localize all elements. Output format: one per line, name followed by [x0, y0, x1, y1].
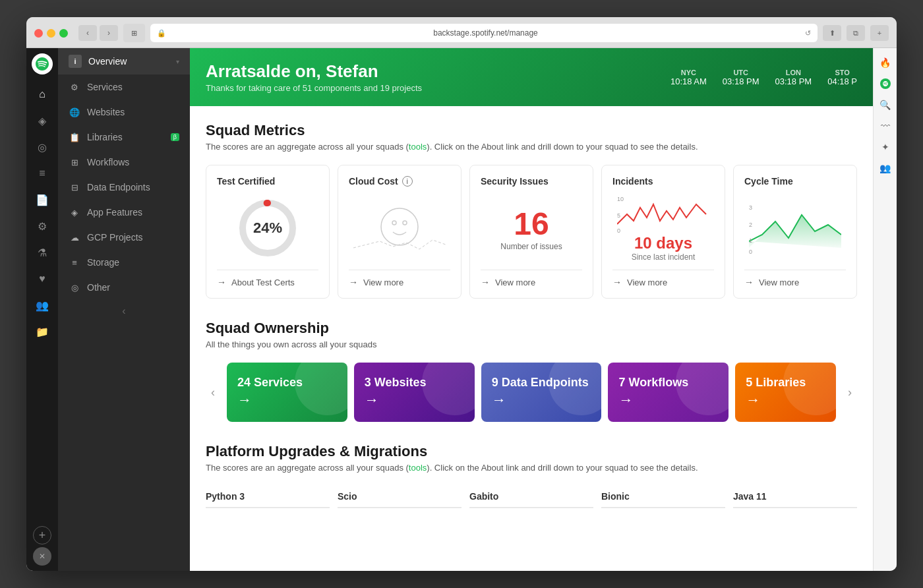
browser-window: ‹ › ⊞ 🔒 backstage.spotify.net/manage ↺ ⬆… — [26, 17, 897, 571]
nav-item-gcp[interactable]: ☁ GCP Projects — [58, 225, 190, 250]
browser-chrome: ‹ › ⊞ 🔒 backstage.spotify.net/manage ↺ ⬆… — [26, 17, 897, 48]
incidents-sparkline: 10 5 0 — [617, 194, 709, 234]
nav-item-storage[interactable]: ≡ Storage — [58, 250, 190, 275]
svg-text:1: 1 — [749, 237, 752, 244]
forward-button[interactable]: › — [100, 25, 118, 41]
ownership-card-workflows[interactable]: 7 Workflows → — [608, 363, 729, 422]
right-icon-search[interactable]: 🔍 — [876, 96, 895, 114]
back-button[interactable]: ‹ — [78, 25, 97, 41]
websites-card-arrow: → — [365, 392, 464, 409]
nav-item-other[interactable]: ◎ Other — [58, 275, 190, 300]
docs-icon[interactable]: ≡ — [30, 162, 54, 185]
flask-icon[interactable]: ⚗ — [30, 241, 54, 264]
right-icon-bright[interactable]: ✦ — [876, 138, 895, 156]
user-circle-icon[interactable]: ✕ — [33, 547, 51, 566]
cloud-cost-sparkline — [353, 202, 446, 254]
col-bionic: Bionic — [601, 486, 725, 508]
minimize-button[interactable] — [47, 29, 55, 38]
platform-tools-link[interactable]: tools — [409, 463, 427, 473]
squad-ownership-title: Squad Ownership — [206, 320, 857, 337]
nav-buttons: ‹ › — [78, 25, 118, 41]
test-certified-footer[interactable]: → About Test Certs — [217, 270, 318, 287]
home-icon[interactable]: ⌂ — [30, 82, 54, 106]
clock-nyc-label: NYC — [670, 69, 707, 76]
fullscreen-button[interactable] — [59, 29, 68, 38]
tools-link[interactable]: tools — [409, 142, 427, 152]
settings-icon[interactable]: ⚙ — [30, 214, 54, 238]
cloud-cost-footer[interactable]: → View more — [349, 270, 450, 287]
hierarchy-icon[interactable]: ◈ — [30, 109, 54, 132]
share-button[interactable]: ⬆ — [823, 25, 841, 41]
clock-utc: UTC 03:18 PM — [723, 69, 759, 86]
header-text: Arratsalde on, Stefan Thanks for taking … — [206, 61, 422, 93]
window-button[interactable]: ⧉ — [847, 25, 865, 41]
nav-item-overview[interactable]: i Overview ▾ — [58, 48, 190, 74]
folder-icon[interactable]: 📁 — [30, 320, 54, 343]
lock-icon: 🔒 — [157, 29, 166, 38]
platform-title: Platform Upgrades & Migrations — [206, 443, 857, 460]
add-tab-button[interactable]: + — [870, 25, 889, 41]
spotify-logo[interactable] — [32, 53, 53, 74]
incidents-footer[interactable]: → View more — [612, 270, 714, 287]
right-icon-wave[interactable]: 〰 — [876, 117, 895, 135]
overview-icon: i — [69, 55, 82, 68]
nav-item-workflows[interactable]: ⊞ Workflows — [58, 150, 190, 175]
app-features-icon: ◈ — [69, 206, 80, 218]
nav-item-app-features[interactable]: ◈ App Features — [58, 200, 190, 225]
svg-text:0: 0 — [749, 249, 752, 254]
nav-item-websites[interactable]: 🌐 Websites — [58, 100, 190, 125]
cloud-cost-body — [349, 194, 450, 262]
storage-icon: ≡ — [69, 256, 80, 268]
security-footer[interactable]: → View more — [481, 270, 582, 287]
scroll-left-button[interactable]: ‹ — [206, 380, 220, 405]
right-icon-spotify[interactable] — [876, 74, 895, 93]
people-icon[interactable]: 👥 — [30, 293, 54, 317]
refresh-icon[interactable]: ↺ — [805, 29, 811, 38]
websites-card-title: 3 Websites — [365, 376, 464, 390]
ownership-card-services[interactable]: 24 Services → — [227, 363, 347, 422]
info-icon[interactable]: i — [402, 176, 413, 187]
test-certified-body: 24% — [217, 194, 318, 262]
nav-item-services[interactable]: ⚙ Services — [58, 74, 190, 100]
nav-item-libraries[interactable]: 📋 Libraries β — [58, 125, 190, 150]
ownership-card-libraries[interactable]: 5 Libraries → — [735, 363, 836, 422]
workflows-card-title: 7 Workflows — [618, 376, 718, 390]
security-number: 16 — [514, 206, 549, 242]
main-content: Arratsalde on, Stefan Thanks for taking … — [190, 48, 873, 571]
workflows-icon: ⊞ — [69, 156, 80, 168]
app-container: ⌂ ◈ ◎ ≡ 📄 ⚙ ⚗ ♥ 👥 📁 + ✕ i Overview ▾ — [26, 48, 897, 571]
security-label: Number of issues — [500, 242, 562, 251]
url-text: backstage.spotify.net/manage — [170, 28, 801, 38]
svg-text:2: 2 — [749, 221, 752, 228]
arrow-icon: → — [744, 277, 754, 287]
libraries-card-arrow: → — [746, 392, 825, 409]
cycle-time-footer[interactable]: → View more — [744, 270, 846, 287]
ownership-card-data[interactable]: 9 Data Endpoints → — [481, 363, 602, 422]
svg-point-3 — [392, 221, 396, 225]
gcp-icon: ☁ — [69, 231, 80, 243]
right-icon-fire[interactable]: 🔥 — [876, 53, 895, 72]
scroll-right-button[interactable]: › — [843, 380, 857, 405]
content-area: Squad Metrics The scores are an aggregat… — [190, 106, 873, 571]
services-card-title: 24 Services — [237, 376, 337, 390]
svg-point-2 — [381, 208, 418, 245]
browser-actions: ⬆ ⧉ + — [823, 25, 889, 41]
clock-sto-label: STO — [827, 69, 857, 76]
svg-text:0: 0 — [617, 227, 620, 234]
ownership-card-websites[interactable]: 3 Websites → — [354, 363, 475, 422]
app-features-label: App Features — [87, 207, 179, 218]
nav-item-data-endpoints[interactable]: ⊟ Data Endpoints — [58, 175, 190, 200]
clock-lon-label: LON — [775, 69, 812, 76]
ownership-cards: ‹ 24 Services → 3 Websites → 9 Data Endp… — [206, 363, 857, 422]
arrow-icon: → — [349, 277, 358, 287]
heart-icon[interactable]: ♥ — [30, 267, 54, 291]
metrics-grid: Test Certified 24% — [206, 165, 857, 299]
compass-icon[interactable]: ◎ — [30, 135, 54, 159]
header-title: Arratsalde on, Stefan — [206, 61, 422, 82]
address-bar[interactable]: 🔒 backstage.spotify.net/manage ↺ — [150, 24, 818, 42]
close-button[interactable] — [34, 29, 43, 38]
right-icon-people[interactable]: 👥 — [876, 159, 895, 177]
add-icon[interactable]: + — [33, 526, 51, 544]
collapse-sidebar-button[interactable]: ‹ — [58, 300, 190, 322]
file-icon[interactable]: 📄 — [30, 188, 54, 212]
